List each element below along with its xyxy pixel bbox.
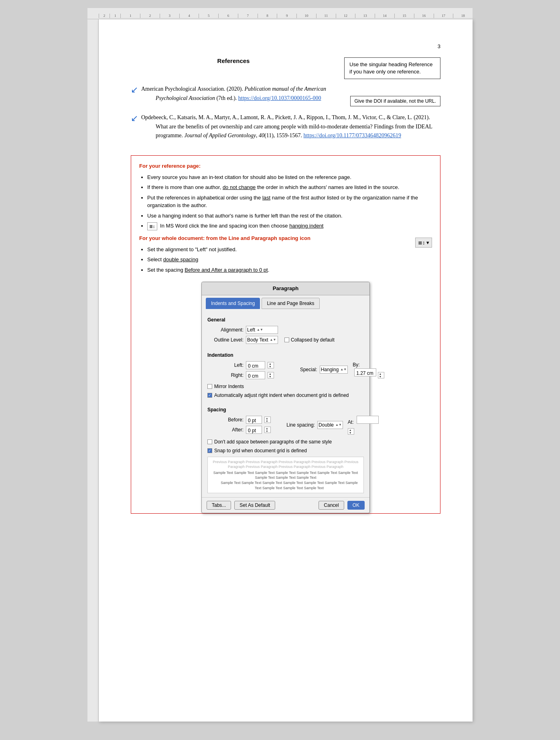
at-down[interactable]: ▼ bbox=[348, 431, 354, 434]
right-label: Right: bbox=[207, 372, 243, 379]
spacing-section-label: Spacing bbox=[207, 406, 364, 413]
ruler-mark: 11 bbox=[316, 14, 336, 18]
after-input[interactable]: 0 pt bbox=[246, 426, 262, 434]
instructions-list-1: Every source you have an in-text citatio… bbox=[147, 173, 432, 230]
ref2-doi-link[interactable]: https://doi.org/10.1177/0733464820962619 bbox=[303, 132, 401, 138]
ruler-mark: 18 bbox=[453, 14, 473, 18]
right-spinner[interactable]: ▲▼ bbox=[268, 372, 274, 378]
special-select[interactable]: Hanging ▲▼ bbox=[320, 366, 348, 374]
alignment-select[interactable]: Left ▲▼ bbox=[246, 326, 278, 334]
preview-sample2: Sample Text Sample Text Sample Text Samp… bbox=[211, 480, 360, 490]
ruler-top: 2 1 1 2 3 4 5 6 7 8 9 10 11 12 13 14 15 … bbox=[87, 8, 473, 19]
right-up[interactable]: ▲ bbox=[268, 372, 274, 375]
ruler-mark: 10 bbox=[296, 14, 316, 18]
line-spacing-select[interactable]: Double ▲▼ bbox=[317, 421, 343, 429]
line-spacing-label: Line spacing: bbox=[285, 421, 315, 429]
section2-row: Set the alignment to "Left" not justifie… bbox=[139, 246, 432, 278]
list-item-2: If there is more than one author, do not… bbox=[147, 183, 432, 191]
content-area: 3 References Use the singular heading Re… bbox=[99, 19, 473, 722]
blue-arrow-ref1: ↙ bbox=[131, 85, 138, 94]
before-after-area: Before: 0 pt ▲▼ After: 0 pt ▲▼ bbox=[207, 416, 271, 437]
tab-line-page-breaks[interactable]: Line and Page Breaks bbox=[262, 298, 319, 309]
dialog-footer: Tabs... Set As Default Cancel OK bbox=[202, 497, 369, 513]
left-input[interactable]: 0 cm bbox=[246, 361, 265, 369]
at-up[interactable]: ▲ bbox=[348, 429, 354, 431]
dont-add-row: Don't add space between paragraphs of th… bbox=[207, 438, 364, 445]
heading-left: References bbox=[131, 57, 336, 71]
ref1-row: ↙ American Psychological Association. (2… bbox=[131, 85, 440, 110]
reference-entry-1: American Psychological Association. (202… bbox=[141, 85, 347, 103]
ruler-left bbox=[87, 19, 99, 722]
dont-add-checkbox[interactable] bbox=[207, 439, 212, 444]
outline-select[interactable]: Body Text ▲▼ bbox=[246, 336, 278, 344]
line-spacing-area: Line spacing: Double ▲▼ At: ▲▼ bbox=[285, 416, 379, 437]
before-down[interactable]: ▼ bbox=[265, 420, 270, 423]
by-spinner[interactable]: ▲▼ bbox=[378, 372, 384, 378]
collapsed-checkbox[interactable] bbox=[284, 337, 289, 342]
hanging-indent-text: hanging indent bbox=[289, 223, 323, 229]
ruler-mark: 9 bbox=[277, 14, 296, 18]
cancel-button[interactable]: Cancel bbox=[319, 501, 344, 510]
indentation-section-label: Indentation bbox=[207, 352, 364, 359]
tab-indents-spacing[interactable]: Indents and Spacing bbox=[206, 298, 260, 309]
special-value: Hanging bbox=[321, 366, 339, 373]
line-spacing-arrow: ▲▼ bbox=[335, 423, 342, 427]
right-down[interactable]: ▼ bbox=[268, 375, 274, 378]
spacing-fields: Before: 0 pt ▲▼ After: 0 pt ▲▼ bbox=[207, 416, 364, 437]
by-down[interactable]: ▼ bbox=[378, 375, 384, 378]
by-area: By: 1.27 cm ▲▼ bbox=[353, 361, 384, 378]
preview-sample1: Sample Text Sample Text Sample Text Samp… bbox=[211, 470, 360, 480]
blue-arrow-ref2: ↙ bbox=[131, 114, 138, 123]
instructions-heading-1: For your reference page: bbox=[139, 162, 432, 170]
after-down[interactable]: ▼ bbox=[265, 430, 270, 433]
by-up[interactable]: ▲ bbox=[378, 372, 384, 375]
preview-section: Previous Paragraph Previous Paragraph Pr… bbox=[207, 457, 364, 494]
at-spinner[interactable]: ▲▼ bbox=[348, 428, 354, 435]
before-input[interactable]: 0 pt bbox=[246, 416, 262, 424]
ref2-text-block: Opdebeeck, C., Katsaris, M. A., Martyr, … bbox=[141, 113, 440, 147]
preview-prev-para: Previous Paragraph Previous Paragraph Pr… bbox=[211, 459, 360, 470]
ruler-mark: 15 bbox=[394, 14, 414, 18]
list-item-4: Use a hanging indent so that author's na… bbox=[147, 212, 432, 220]
ok-button[interactable]: OK bbox=[347, 501, 365, 510]
after-up[interactable]: ▲ bbox=[265, 427, 270, 430]
collapsed-label: Collapsed by default bbox=[291, 336, 335, 344]
set-default-button[interactable]: Set As Default bbox=[234, 501, 275, 510]
snap-grid-checkbox[interactable] bbox=[207, 448, 212, 453]
left-label: Left: bbox=[207, 362, 243, 369]
reference-entry-2: Opdebeeck, C., Katsaris, M. A., Martyr, … bbox=[141, 113, 440, 140]
special-row: Special: Hanging ▲▼ By: 1.27 cm ▲▼ bbox=[288, 361, 384, 378]
left-down[interactable]: ▼ bbox=[268, 365, 274, 368]
alignment-arrow: ▲▼ bbox=[257, 327, 263, 332]
special-label: Special: bbox=[288, 366, 317, 373]
ref1-doi-link[interactable]: https://doi.org/10.1037/0000165-000 bbox=[238, 95, 321, 101]
tabs-button[interactable]: Tabs... bbox=[207, 501, 231, 510]
auto-adjust-label: Automatically adjust right indent when d… bbox=[214, 392, 349, 399]
left-spinner[interactable]: ▲▼ bbox=[268, 362, 274, 368]
snap-grid-label: Snap to grid when document grid is defin… bbox=[214, 447, 307, 454]
auto-adjust-row: Automatically adjust right indent when d… bbox=[207, 392, 364, 399]
heading-row: References Use the singular heading Refe… bbox=[131, 57, 440, 79]
before-spinner[interactable]: ▲▼ bbox=[264, 417, 271, 423]
paragraph-dialog: Paragraph Indents and Spacing Line and P… bbox=[201, 282, 370, 513]
mirror-checkbox[interactable] bbox=[207, 384, 212, 389]
ref2-row: ↙ Opdebeeck, C., Katsaris, M. A., Martyr… bbox=[131, 113, 440, 147]
ruler-mark: 5 bbox=[199, 14, 218, 18]
by-input[interactable]: 1.27 cm bbox=[354, 368, 376, 376]
right-input[interactable]: 0 cm bbox=[246, 371, 265, 379]
ruler-mark: 13 bbox=[355, 14, 375, 18]
heading-callout-text: Use the singular heading Reference if yo… bbox=[344, 57, 440, 79]
ref1-container: ↙ American Psychological Association. (2… bbox=[131, 85, 440, 110]
reference-1-block: ↙ American Psychological Association. (2… bbox=[131, 85, 440, 110]
by-label: By: bbox=[353, 362, 359, 368]
auto-adjust-checkbox[interactable] bbox=[207, 393, 212, 398]
ref1-text1: American Psychological Association. (202… bbox=[141, 86, 244, 92]
at-input[interactable] bbox=[357, 416, 379, 424]
before-up[interactable]: ▲ bbox=[265, 417, 270, 420]
after-spinner[interactable]: ▲▼ bbox=[264, 427, 271, 433]
ruler-mark: 1 bbox=[110, 14, 120, 18]
ruler-mark: 1 bbox=[120, 14, 140, 18]
left-up[interactable]: ▲ bbox=[268, 362, 274, 365]
ruler-mark: 2 bbox=[140, 14, 160, 18]
list-item-7: Select double spacing bbox=[147, 256, 411, 264]
